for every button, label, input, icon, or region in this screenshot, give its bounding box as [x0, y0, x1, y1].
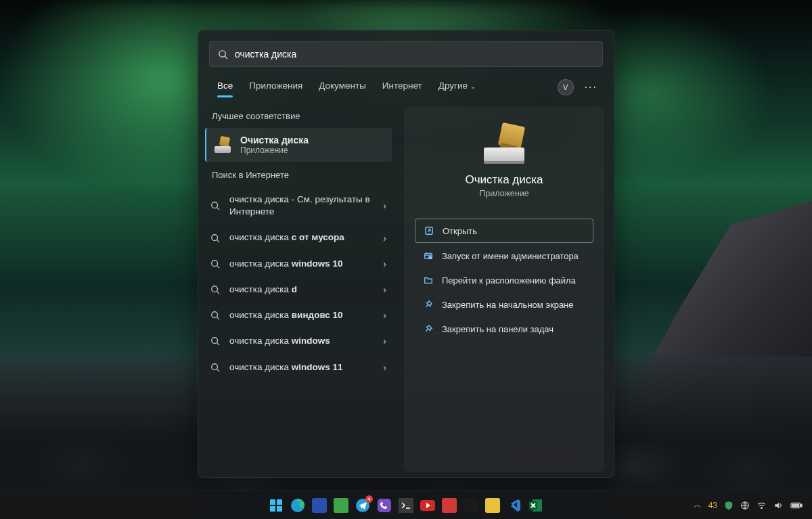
web-search-text: очистка диска windows: [229, 335, 375, 347]
user-avatar[interactable]: V: [558, 79, 574, 95]
taskbar-start[interactable]: [267, 497, 285, 514]
svg-line-15: [217, 369, 220, 371]
web-search-header: Поиск в Интернете: [198, 166, 399, 187]
best-match-title: Очистка диска: [240, 135, 309, 145]
weather-temp[interactable]: 43: [708, 501, 717, 510]
action-admin[interactable]: Запуск от имени администратора: [415, 244, 593, 267]
search-input[interactable]: [235, 49, 594, 60]
svg-rect-24: [378, 499, 391, 512]
volume-icon[interactable]: [773, 501, 784, 510]
tab-apps[interactable]: Приложения: [242, 76, 309, 97]
action-open[interactable]: Открыть: [415, 219, 593, 243]
chevron-right-icon: ›: [383, 336, 386, 346]
search-icon: [210, 336, 221, 346]
svg-point-2: [212, 202, 218, 208]
svg-point-4: [212, 234, 218, 240]
svg-rect-25: [399, 498, 413, 513]
web-search-text: очистка диска d: [229, 284, 375, 296]
svg-point-8: [212, 286, 218, 292]
badge: 4: [365, 495, 373, 503]
svg-rect-18: [270, 499, 275, 505]
start-search-panel: Все Приложения Документы Интернет Другие…: [198, 30, 614, 478]
chevron-right-icon: ›: [383, 284, 386, 295]
wifi-icon[interactable]: [757, 501, 767, 510]
taskbar-edge[interactable]: [289, 497, 307, 514]
more-options-button[interactable]: ···: [581, 81, 602, 93]
svg-line-1: [225, 56, 227, 59]
svg-rect-19: [277, 499, 282, 505]
tab-more[interactable]: Другие⌄: [432, 76, 482, 97]
tab-documents[interactable]: Документы: [312, 76, 373, 97]
search-icon: [210, 311, 221, 320]
web-search-item[interactable]: очистка диска windows ›: [198, 328, 399, 354]
admin-icon: [423, 250, 434, 261]
svg-line-5: [217, 240, 220, 242]
security-icon[interactable]: [724, 501, 734, 510]
filter-tabs: Все Приложения Документы Интернет Другие…: [198, 67, 614, 97]
action-folder[interactable]: Перейти к расположению файла: [415, 269, 593, 292]
web-search-item[interactable]: очистка диска c от мусора ›: [198, 225, 399, 250]
svg-point-12: [212, 338, 218, 344]
svg-line-11: [217, 317, 220, 320]
chevron-right-icon: ›: [383, 310, 386, 321]
svg-point-10: [212, 312, 218, 318]
pin-icon: [423, 299, 434, 310]
tray-overflow-chevron-icon[interactable]: ︿: [694, 499, 702, 511]
taskbar-excel[interactable]: [527, 497, 545, 514]
preview-title: Очистка диска: [465, 173, 543, 187]
web-search-text: очистка диска windows 10: [229, 258, 375, 270]
language-icon[interactable]: [740, 501, 750, 510]
web-search-item[interactable]: очистка диска d ›: [198, 277, 399, 302]
best-match-subtitle: Приложение: [240, 145, 309, 155]
svg-point-30: [761, 507, 763, 508]
preview-subtitle: Приложение: [479, 189, 528, 198]
taskbar-opera[interactable]: [441, 497, 458, 514]
tab-all[interactable]: Все: [210, 76, 240, 97]
taskbar-sticky-notes[interactable]: [484, 497, 501, 514]
folder-icon: [423, 275, 434, 286]
disk-cleanup-icon: [481, 125, 527, 164]
action-pin[interactable]: Закрепить на панели задач: [415, 317, 593, 340]
taskbar-youtube[interactable]: [419, 497, 436, 514]
taskbar-vscode[interactable]: [505, 497, 523, 514]
svg-point-14: [212, 363, 218, 369]
chevron-right-icon: ›: [383, 362, 386, 373]
taskbar-save-floppy[interactable]: [311, 497, 328, 514]
taskbar-green-app[interactable]: [332, 497, 350, 514]
app-preview-card: Очистка диска Приложение ОткрытьЗапуск о…: [404, 107, 604, 472]
taskbar-viber[interactable]: [376, 497, 393, 514]
web-search-text: очистка диска c от мусора: [229, 231, 375, 244]
taskbar-more-app[interactable]: [462, 497, 480, 514]
svg-line-9: [217, 292, 220, 294]
action-label: Запуск от имени администратора: [442, 251, 579, 261]
web-search-item[interactable]: очистка диска windows 10 ›: [198, 251, 399, 277]
web-search-item[interactable]: очистка диска windows 11 ›: [198, 355, 399, 380]
best-match-header: Лучшее соответствие: [198, 107, 399, 128]
pin-icon: [423, 323, 434, 334]
search-icon: [210, 259, 221, 269]
taskbar-terminal[interactable]: [397, 497, 415, 514]
battery-icon[interactable]: [790, 501, 803, 510]
action-label: Закрепить на начальном экране: [442, 300, 574, 310]
preview-column: Очистка диска Приложение ОткрытьЗапуск о…: [399, 97, 614, 477]
best-match-result[interactable]: Очистка диска Приложение: [205, 128, 392, 162]
action-label: Закрепить на панели задач: [442, 324, 554, 334]
web-search-text: очистка диска - См. результаты в Интерне…: [229, 194, 375, 218]
svg-rect-20: [270, 506, 275, 512]
chevron-down-icon: ⌄: [470, 83, 476, 90]
svg-rect-21: [277, 506, 282, 512]
search-icon: [210, 201, 221, 210]
chevron-right-icon: ›: [383, 258, 386, 269]
chevron-right-icon: ›: [383, 200, 386, 211]
taskbar-telegram[interactable]: 4: [354, 497, 371, 514]
action-label: Перейти к расположению файла: [442, 275, 576, 286]
web-search-item[interactable]: очистка диска - См. результаты в Интерне…: [198, 187, 399, 225]
svg-line-3: [217, 208, 220, 210]
action-pin[interactable]: Закрепить на начальном экране: [415, 293, 593, 316]
web-search-item[interactable]: очистка диска виндовс 10 ›: [198, 302, 399, 328]
search-box[interactable]: [209, 41, 603, 67]
search-icon: [210, 363, 221, 372]
tab-internet[interactable]: Интернет: [376, 76, 429, 97]
open-icon: [424, 225, 434, 236]
svg-rect-33: [792, 504, 799, 507]
